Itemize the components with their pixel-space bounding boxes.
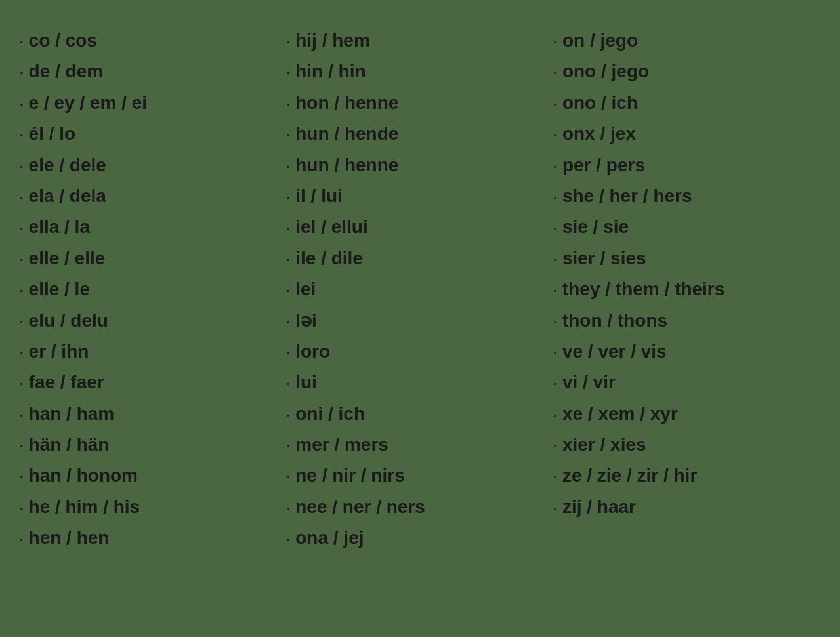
pronoun-text: thon / thons <box>562 306 667 335</box>
pronoun-text: ona / jej <box>295 524 364 552</box>
pronoun-text: il / lui <box>295 182 343 210</box>
list-item: ·hen / hen <box>20 524 287 552</box>
pronoun-text: she / her / hers <box>562 182 692 210</box>
list-item: ·loro <box>287 337 554 365</box>
list-item: ·hon / henne <box>287 89 554 117</box>
pronoun-text: zij / haar <box>562 493 636 521</box>
bullet-icon: · <box>287 405 291 426</box>
pronoun-text: ela / dela <box>29 182 106 210</box>
bullet-icon: · <box>20 157 24 177</box>
list-item: ·ləi <box>287 306 554 335</box>
list-item: ·ela / dela <box>20 182 287 210</box>
bullet-icon: · <box>287 157 291 177</box>
pronoun-text: iel / ellui <box>295 213 368 241</box>
column-3: ·on / jego·ono / jego·ono / ich·onx / je… <box>553 26 820 552</box>
pronoun-text: hin / hin <box>295 57 366 85</box>
pronoun-text: on / jego <box>562 26 638 54</box>
pronoun-text: hän / hän <box>29 430 110 459</box>
bullet-icon: · <box>553 499 557 519</box>
bullet-icon: · <box>20 94 24 115</box>
bullet-icon: · <box>287 94 291 115</box>
list-item: ·ono / jego <box>553 57 820 85</box>
list-item: ·zij / haar <box>553 493 820 521</box>
list-item: ·de / dem <box>20 57 287 85</box>
bullet-icon: · <box>553 218 557 239</box>
list-item: ·thon / thons <box>553 306 820 335</box>
bullet-icon: · <box>553 343 557 363</box>
pronoun-text: han / honom <box>29 461 138 489</box>
list-item: ·hun / hende <box>287 119 554 148</box>
list-item: ·elle / elle <box>20 244 287 272</box>
bullet-icon: · <box>20 63 24 83</box>
pronoun-text: hun / henne <box>295 151 398 179</box>
pronoun-text: loro <box>295 337 330 365</box>
bullet-icon: · <box>553 125 557 146</box>
list-item: ·ella / la <box>20 213 287 241</box>
pronoun-text: he / him / his <box>29 493 140 521</box>
list-item: ·sie / sie <box>553 213 820 241</box>
pronoun-text: han / ham <box>29 400 115 428</box>
list-item: ·ona / jej <box>287 524 554 552</box>
bullet-icon: · <box>20 250 24 270</box>
list-item: ·mer / mers <box>287 430 554 459</box>
bullet-icon: · <box>553 374 557 394</box>
list-item: ·she / her / hers <box>553 182 820 210</box>
bullet-icon: · <box>20 499 24 519</box>
bullet-icon: · <box>553 250 557 270</box>
list-item: ·on / jego <box>553 26 820 54</box>
bullet-icon: · <box>287 218 291 239</box>
pronoun-text: ella / la <box>29 213 90 241</box>
pronoun-text: elle / le <box>29 275 90 303</box>
pronoun-text: oni / ich <box>295 400 365 428</box>
list-item: ·ono / ich <box>553 89 820 117</box>
list-item: ·ile / dile <box>287 244 554 272</box>
list-item: ·vi / vir <box>553 368 820 396</box>
bullet-icon: · <box>20 125 24 146</box>
bullet-icon: · <box>20 436 24 457</box>
bullet-icon: · <box>20 405 24 426</box>
bullet-icon: · <box>287 436 291 457</box>
pronoun-text: hun / hende <box>295 119 398 148</box>
list-item: ·per / pers <box>553 151 820 179</box>
list-item: ·él / lo <box>20 119 287 148</box>
pronoun-text: hon / henne <box>295 89 398 117</box>
list-item: ·hij / hem <box>287 26 554 54</box>
pronoun-text: hen / hen <box>29 524 110 552</box>
pronoun-text: sie / sie <box>562 213 629 241</box>
bullet-icon: · <box>287 499 291 519</box>
column-1: ·co / cos·de / dem·e / ey / em / ei·él /… <box>20 26 287 552</box>
list-item: ·hän / hän <box>20 430 287 459</box>
pronoun-text: lui <box>295 368 317 396</box>
pronoun-text: vi / vir <box>562 368 616 396</box>
bullet-icon: · <box>553 188 557 208</box>
bullet-icon: · <box>553 32 557 52</box>
bullet-icon: · <box>20 343 24 363</box>
bullet-icon: · <box>20 374 24 394</box>
pronoun-text: elle / elle <box>29 244 106 272</box>
pronoun-text: ne / nir / nirs <box>295 461 404 489</box>
bullet-icon: · <box>20 467 24 487</box>
list-item: ·sier / sies <box>553 244 820 272</box>
list-item: ·e / ey / em / ei <box>20 89 287 117</box>
pronoun-text: ze / zie / zir / hir <box>562 461 697 489</box>
list-item: ·er / ihn <box>20 337 287 365</box>
bullet-icon: · <box>553 63 557 83</box>
bullet-icon: · <box>287 250 291 270</box>
bullet-icon: · <box>287 374 291 394</box>
pronoun-text: lei <box>295 275 316 303</box>
bullet-icon: · <box>287 188 291 208</box>
bullet-icon: · <box>287 529 291 550</box>
pronoun-text: nee / ner / ners <box>295 493 425 521</box>
list-item: ·hun / henne <box>287 151 554 179</box>
list-item: ·co / cos <box>20 26 287 54</box>
list-item: ·lei <box>287 275 554 303</box>
pronoun-text: ile / dile <box>295 244 363 272</box>
list-item: ·xe / xem / xyr <box>553 400 820 428</box>
list-item: ·hin / hin <box>287 57 554 85</box>
list-item: ·onx / jex <box>553 119 820 148</box>
list-item: ·nee / ner / ners <box>287 493 554 521</box>
pronoun-text: xier / xies <box>562 430 646 459</box>
list-item: ·lui <box>287 368 554 396</box>
pronoun-text: ono / jego <box>562 57 649 85</box>
bullet-icon: · <box>287 312 291 333</box>
